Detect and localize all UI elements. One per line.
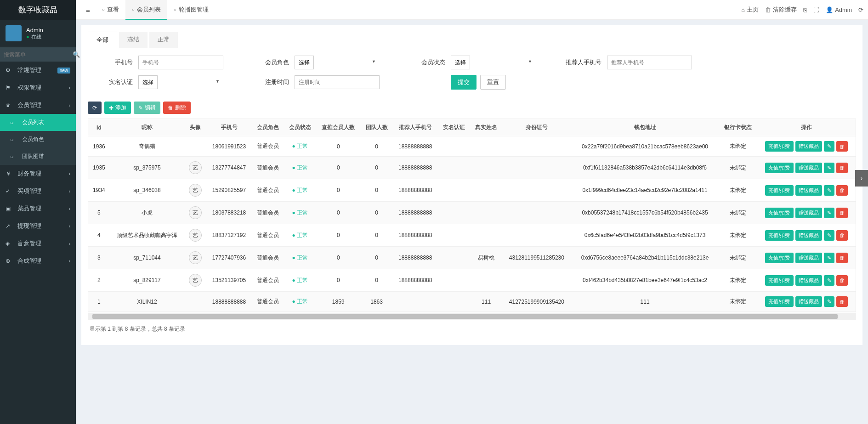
row-edit-icon[interactable]: ✎ xyxy=(824,185,834,196)
row-edit-icon[interactable]: ✎ xyxy=(824,275,834,286)
row-delete-icon[interactable]: 🗑 xyxy=(836,253,848,263)
column-header[interactable]: 头像 xyxy=(184,119,206,136)
sub-tab-1[interactable]: 冻结 xyxy=(119,32,148,48)
lang-icon[interactable]: ⎘ xyxy=(803,6,807,13)
column-header[interactable]: 操作 xyxy=(757,119,856,136)
top-tab-0[interactable]: ○ 查看 xyxy=(96,0,125,19)
column-header[interactable]: 手机号 xyxy=(206,119,251,136)
horizontal-scrollbar[interactable] xyxy=(88,313,856,320)
row-edit-icon[interactable]: ✎ xyxy=(824,230,834,241)
sub-tab-0[interactable]: 全部 xyxy=(88,32,117,48)
gift-button[interactable]: 赠送藏品 xyxy=(795,208,822,218)
row-edit-icon[interactable]: ✎ xyxy=(824,141,834,152)
sidebar-search[interactable]: 🔍 xyxy=(0,47,76,62)
table-row[interactable]: 1 XILIN12 18888888888 普通会员 ● 正常 1859 186… xyxy=(88,292,856,312)
sidebar-item-7[interactable]: ◈盲盒管理‹ xyxy=(0,235,76,252)
row-delete-icon[interactable]: 🗑 xyxy=(836,163,848,173)
column-header[interactable]: 推荐人手机号 xyxy=(393,119,438,136)
table-row[interactable]: 1935 sp_375975 艺 13277744847 普通会员 ● 正常 0… xyxy=(88,157,856,179)
top-tab-2[interactable]: ○ 轮播图管理 xyxy=(167,0,215,19)
table-row[interactable]: 4 顶级艺术品收藏咖高宇泽 艺 18837127192 普通会员 ● 正常 0 … xyxy=(88,224,856,247)
reset-button[interactable]: 重置 xyxy=(480,75,506,90)
sidebar-item-2[interactable]: ♛会员管理‹ xyxy=(0,96,76,114)
edit-button[interactable]: ✎ 编辑 xyxy=(134,102,160,114)
table-row[interactable]: 1936 奇偶猫 18061991523 普通会员 ● 正常 0 0 18888… xyxy=(88,136,856,157)
clear-cache-link[interactable]: 🗑 清除缓存 xyxy=(765,6,797,14)
fullscreen-icon[interactable]: ⛶ xyxy=(813,6,819,13)
sidebar-item-4[interactable]: ✓买项管理‹ xyxy=(0,182,76,200)
recharge-button[interactable]: 充值/扣费 xyxy=(765,141,793,152)
admin-menu[interactable]: 👤 Admin xyxy=(826,6,852,13)
refresh-top-icon[interactable]: ⟳ xyxy=(858,6,863,13)
recharge-button[interactable]: 充值/扣费 xyxy=(765,230,793,241)
sidebar-item-1[interactable]: ⚑权限管理‹ xyxy=(0,79,76,96)
recharge-button[interactable]: 充值/扣费 xyxy=(765,185,793,196)
column-header[interactable]: 会员角色 xyxy=(252,119,284,136)
gift-button[interactable]: 赠送藏品 xyxy=(795,230,822,241)
regtime-input[interactable] xyxy=(295,75,380,89)
column-header[interactable]: 钱包地址 xyxy=(571,119,719,136)
recharge-button[interactable]: 充值/扣费 xyxy=(765,208,793,218)
tab-close-icon[interactable]: ○ xyxy=(174,0,176,19)
sidebar-item-3[interactable]: ￥财务管理‹ xyxy=(0,165,76,182)
verify-select[interactable]: 选择 xyxy=(138,75,158,89)
sidebar-subitem-2[interactable]: ○团队图谱 xyxy=(0,148,76,165)
refresh-button[interactable]: ⟳ xyxy=(88,102,102,114)
gift-button[interactable]: 赠送藏品 xyxy=(795,141,822,152)
row-edit-icon[interactable]: ✎ xyxy=(824,296,834,307)
submit-button[interactable]: 提交 xyxy=(451,75,477,90)
hamburger-icon[interactable]: ≡ xyxy=(80,6,96,14)
sidebar-item-0[interactable]: ⚙常规管理new xyxy=(0,62,76,79)
delete-button[interactable]: 🗑 删除 xyxy=(163,102,191,114)
column-header[interactable]: 真实姓名 xyxy=(470,119,502,136)
top-tab-1[interactable]: ○ 会员列表 xyxy=(125,0,167,20)
table-row[interactable]: 5 小虎 艺 18037883218 普通会员 ● 正常 0 0 1888888… xyxy=(88,202,856,224)
status-select[interactable]: 选择 xyxy=(451,56,470,69)
add-button[interactable]: ✚ 添加 xyxy=(104,102,131,114)
gift-button[interactable]: 赠送藏品 xyxy=(795,185,822,196)
table-row[interactable]: 2 sp_829117 艺 13521139705 普通会员 ● 正常 0 0 … xyxy=(88,269,856,292)
row-delete-icon[interactable]: 🗑 xyxy=(836,208,848,218)
role-select[interactable]: 选择 xyxy=(295,56,314,69)
column-header[interactable]: 会员状态 xyxy=(284,119,316,136)
column-header[interactable]: Id xyxy=(88,119,110,136)
recharge-button[interactable]: 充值/扣费 xyxy=(765,163,793,173)
row-delete-icon[interactable]: 🗑 xyxy=(836,141,848,152)
phone-input[interactable] xyxy=(138,56,223,69)
sub-tab-2[interactable]: 正常 xyxy=(149,32,178,48)
gift-button[interactable]: 赠送藏品 xyxy=(795,163,822,173)
row-edit-icon[interactable]: ✎ xyxy=(824,253,834,263)
sidebar-subitem-1[interactable]: ○会员角色 xyxy=(0,131,76,148)
column-header[interactable]: 团队人数 xyxy=(360,119,392,136)
sidebar-item-8[interactable]: ⊕合成管理‹ xyxy=(0,252,76,270)
recharge-button[interactable]: 充值/扣费 xyxy=(765,253,793,263)
gift-button[interactable]: 赠送藏品 xyxy=(795,253,822,263)
table-row[interactable]: 1934 sp_346038 艺 15290825597 普通会员 ● 正常 0… xyxy=(88,179,856,202)
row-edit-icon[interactable]: ✎ xyxy=(824,163,834,173)
row-edit-icon[interactable]: ✎ xyxy=(824,208,834,218)
gift-button[interactable]: 赠送藏品 xyxy=(795,275,822,286)
recharge-button[interactable]: 充值/扣费 xyxy=(765,275,793,286)
row-delete-icon[interactable]: 🗑 xyxy=(836,185,848,196)
column-header[interactable]: 直推会员人数 xyxy=(316,119,361,136)
column-header[interactable]: 银行卡状态 xyxy=(719,119,757,136)
table-row[interactable]: 3 sp_711044 艺 17727407936 普通会员 ● 正常 0 0 … xyxy=(88,247,856,269)
user-avatar[interactable] xyxy=(6,25,22,41)
row-delete-icon[interactable]: 🗑 xyxy=(836,230,848,241)
sidebar-item-6[interactable]: ↗提现管理‹ xyxy=(0,217,76,235)
home-link[interactable]: ⌂ 主页 xyxy=(741,6,759,14)
side-drawer-toggle[interactable]: › xyxy=(855,170,868,187)
sidebar-item-5[interactable]: ▣藏品管理‹ xyxy=(0,200,76,217)
column-header[interactable]: 实名认证 xyxy=(438,119,470,136)
gift-button[interactable]: 赠送藏品 xyxy=(795,296,822,307)
row-delete-icon[interactable]: 🗑 xyxy=(836,296,848,307)
search-input[interactable] xyxy=(4,51,73,58)
referrer-input[interactable] xyxy=(607,56,692,69)
tab-close-icon[interactable]: ○ xyxy=(102,0,105,19)
column-header[interactable]: 身份证号 xyxy=(502,119,571,136)
row-delete-icon[interactable]: 🗑 xyxy=(836,275,848,286)
column-header[interactable]: 昵称 xyxy=(110,119,184,136)
recharge-button[interactable]: 充值/扣费 xyxy=(765,296,793,307)
sidebar-subitem-0[interactable]: ○会员列表 xyxy=(0,114,76,131)
tab-close-icon[interactable]: ○ xyxy=(132,0,135,19)
